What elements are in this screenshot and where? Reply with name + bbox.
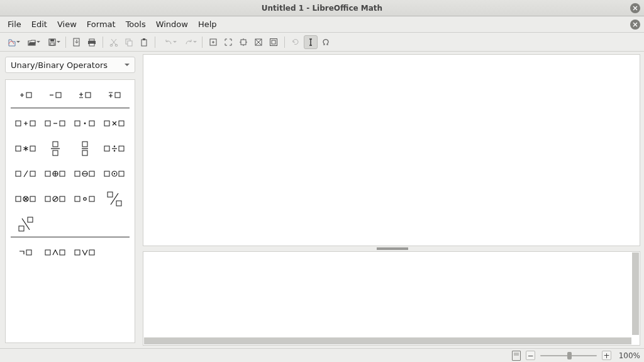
menu-file[interactable]: File <box>3 18 26 31</box>
svg-rect-35 <box>82 142 87 147</box>
svg-rect-22 <box>16 121 21 126</box>
op-or[interactable] <box>70 244 100 261</box>
cell-empty <box>100 244 130 261</box>
svg-rect-67 <box>45 250 50 255</box>
cell-empty <box>70 215 100 233</box>
svg-rect-61 <box>89 196 94 201</box>
zoom-in-button[interactable]: + <box>602 351 611 360</box>
zoom-percent[interactable]: 100% <box>616 351 640 360</box>
op-wideslash[interactable] <box>100 190 130 208</box>
open-button[interactable] <box>23 35 42 49</box>
window-close-button[interactable] <box>630 3 640 13</box>
status-bar: − + 100% <box>0 348 644 362</box>
op-slash[interactable] <box>11 165 40 183</box>
svg-rect-62 <box>108 192 113 197</box>
op-widebslash[interactable] <box>11 215 40 233</box>
svg-rect-36 <box>82 150 87 156</box>
op-neg[interactable] <box>11 244 40 261</box>
formula-cursor-button[interactable] <box>304 35 318 49</box>
category-select[interactable]: Unary/Binary Operators <box>5 57 135 73</box>
svg-rect-49 <box>104 171 109 176</box>
show-all-button[interactable] <box>267 35 280 49</box>
svg-rect-63 <box>116 201 121 206</box>
menu-help[interactable]: Help <box>193 18 222 31</box>
op-add[interactable] <box>11 115 40 132</box>
op-and[interactable] <box>40 244 70 261</box>
svg-rect-33 <box>53 142 58 147</box>
svg-point-8 <box>115 44 118 47</box>
page-layout-icon[interactable] <box>512 351 521 361</box>
op-div[interactable] <box>100 140 130 157</box>
menu-window[interactable]: Window <box>151 18 193 31</box>
print-button[interactable] <box>85 35 99 49</box>
cell-empty <box>100 215 130 233</box>
svg-rect-19 <box>56 93 61 98</box>
op-oplus[interactable] <box>40 165 70 183</box>
op-minus[interactable] <box>40 86 70 104</box>
toolbar-separator <box>65 37 66 48</box>
svg-rect-37 <box>104 146 109 151</box>
menu-edit[interactable]: Edit <box>26 18 52 31</box>
new-button[interactable] <box>3 35 21 49</box>
menu-format[interactable]: Format <box>82 18 121 31</box>
update-button <box>289 35 303 49</box>
svg-rect-23 <box>30 121 35 126</box>
zoom-out-button[interactable]: − <box>526 351 535 360</box>
svg-rect-56 <box>45 196 50 201</box>
split-handle[interactable] <box>140 246 644 251</box>
op-otimes[interactable] <box>11 190 40 208</box>
op-circ[interactable] <box>70 190 100 208</box>
op-frac[interactable] <box>40 140 70 157</box>
commands-editor[interactable] <box>143 252 640 345</box>
scrollbar-horizontal[interactable] <box>144 337 631 344</box>
menu-view[interactable]: View <box>52 18 82 31</box>
svg-rect-69 <box>75 250 80 255</box>
svg-rect-64 <box>28 217 33 222</box>
svg-rect-55 <box>30 196 35 201</box>
zoom-out-button[interactable] <box>236 35 250 49</box>
zoom-100-button[interactable] <box>252 35 265 49</box>
svg-rect-14 <box>241 40 246 45</box>
op-ast[interactable] <box>11 140 40 157</box>
export-pdf-button[interactable] <box>70 35 84 49</box>
op-cdot[interactable] <box>70 115 100 132</box>
svg-rect-48 <box>89 171 94 176</box>
standard-toolbar <box>0 33 644 52</box>
commands-editor-frame <box>143 251 640 346</box>
op-oslash[interactable] <box>40 190 70 208</box>
save-button[interactable] <box>43 35 62 49</box>
cut-button <box>107 35 121 49</box>
svg-rect-46 <box>75 171 80 176</box>
svg-rect-65 <box>19 226 24 231</box>
zoom-whole-button[interactable] <box>206 35 220 49</box>
svg-rect-53 <box>16 196 21 201</box>
svg-point-60 <box>84 198 86 200</box>
svg-rect-32 <box>30 146 35 151</box>
op-odot[interactable] <box>100 165 130 183</box>
op-ominus[interactable] <box>70 165 100 183</box>
op-plus[interactable] <box>11 86 40 104</box>
op-over[interactable] <box>70 140 100 157</box>
document-close-button[interactable] <box>630 20 640 30</box>
svg-point-39 <box>114 150 115 151</box>
op-sub[interactable] <box>40 115 70 132</box>
zoom-slider[interactable] <box>540 354 597 358</box>
scrollbar-vertical[interactable] <box>632 252 639 335</box>
cell-empty <box>40 215 70 233</box>
svg-rect-28 <box>89 121 94 126</box>
svg-rect-11 <box>142 40 147 46</box>
toolbar-separator <box>103 37 103 48</box>
svg-rect-29 <box>104 121 109 126</box>
op-plusminus[interactable] <box>70 86 100 104</box>
symbols-button[interactable] <box>319 35 333 49</box>
op-times[interactable] <box>100 115 130 132</box>
zoom-in-button[interactable] <box>221 35 235 49</box>
formula-preview[interactable] <box>143 54 640 246</box>
svg-point-51 <box>114 173 115 174</box>
svg-rect-42 <box>30 171 35 176</box>
menu-tools[interactable]: Tools <box>121 18 151 31</box>
paste-button[interactable] <box>137 35 151 49</box>
op-minusplus[interactable] <box>100 86 130 104</box>
svg-point-27 <box>84 123 86 125</box>
svg-rect-30 <box>119 121 124 126</box>
